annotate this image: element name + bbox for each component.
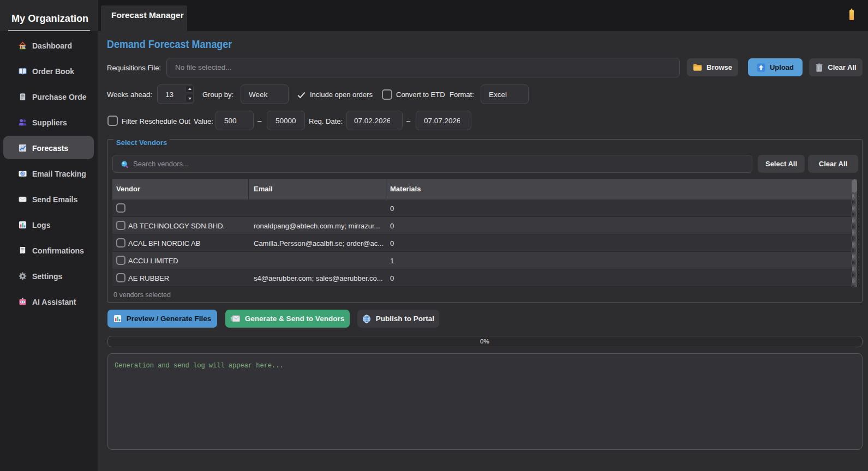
svg-text:@: @ xyxy=(21,172,25,176)
